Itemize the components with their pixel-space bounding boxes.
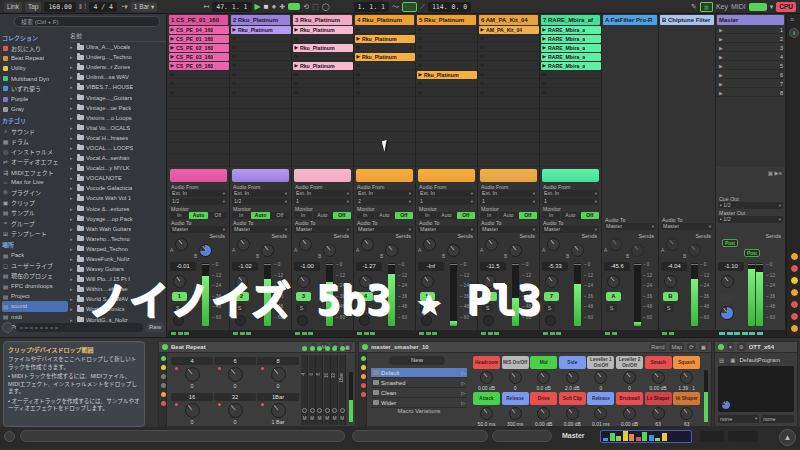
macro-knob[interactable]	[271, 367, 286, 382]
monitor-in-button[interactable]: In	[294, 212, 312, 219]
chain-mute-button[interactable]: M	[309, 416, 315, 422]
macro-chip[interactable]: Hi Shaper	[673, 392, 700, 405]
empty-clip-slot[interactable]	[354, 61, 415, 70]
macro-knob-dial[interactable]	[680, 371, 693, 384]
pan-knob[interactable]	[721, 275, 734, 288]
track-header[interactable]: 2 Rku_Platinum	[231, 15, 290, 25]
scene-launch-icon[interactable]: ▶	[719, 63, 723, 69]
monitor-auto-button[interactable]: Auto	[251, 212, 269, 219]
cpu-meter[interactable]: CPU	[776, 2, 796, 12]
expand-arrow-icon[interactable]: ▸	[70, 256, 75, 262]
master-out-chooser[interactable]: ▪ 1/2▾	[718, 216, 783, 223]
expand-arrow-icon[interactable]: ▸	[70, 125, 75, 131]
input-channel-chooser[interactable]: 1▾	[418, 198, 475, 205]
input-channel-chooser[interactable]: 1/2▾	[232, 198, 289, 205]
chain-knob[interactable]	[332, 408, 337, 413]
chain-strip-1Bar[interactable]: 1BarM	[339, 355, 346, 425]
macro-knob[interactable]	[228, 403, 243, 418]
clip-slot-filled[interactable]: ▶AM_PA_Kit_04	[479, 26, 539, 34]
scene-row[interactable]: ▶8	[716, 88, 785, 97]
key-map-button[interactable]: Key	[716, 2, 728, 12]
scene-launch-icon[interactable]: ▶	[719, 36, 723, 42]
sidebar-item-ユーザーライブ[interactable]: ◻ユーザーライブ	[2, 261, 68, 271]
clip-slot-filled[interactable]: ▶CS_PE_01_160	[169, 35, 229, 43]
browser-folder-row[interactable]: ▸Vocal H...hrases	[70, 133, 166, 143]
macro-name[interactable]: 32	[214, 393, 256, 401]
macro-chip[interactable]: Attack	[473, 392, 500, 405]
device-activator[interactable]	[162, 344, 168, 350]
clip-slot-filled[interactable]: ▶RARE_Mbira_a	[541, 53, 601, 61]
empty-clip-slot[interactable]	[416, 34, 477, 43]
variation-launch-icon[interactable]: ▷	[461, 390, 465, 396]
expand-arrow-icon[interactable]: ▸	[70, 74, 75, 80]
sidebar-item-Purple[interactable]: Purple	[2, 94, 68, 104]
variation-row-Default[interactable]: Default▷	[371, 368, 467, 378]
return-track-header[interactable]: A FatFilter Pro-R	[603, 15, 657, 25]
macro-chip[interactable]: Squash	[673, 356, 700, 369]
track-color-strip[interactable]	[356, 169, 413, 182]
sidebar-item-クリップ[interactable]: ▣クリップ	[2, 198, 68, 208]
expand-arrow-icon[interactable]: ▸	[70, 145, 75, 151]
macro-knob[interactable]	[652, 371, 665, 384]
sidebar-item-Utility[interactable]: Utility	[2, 63, 68, 73]
macro-knob[interactable]	[566, 407, 579, 420]
monitor-auto-button[interactable]: Auto	[437, 212, 455, 219]
input-type-chooser[interactable]: Ext. In▾	[480, 190, 537, 197]
chain-activator[interactable]	[317, 346, 322, 351]
send-b-knob[interactable]	[631, 244, 644, 257]
track-header[interactable]: 3 Rku_Platinum	[293, 15, 352, 25]
empty-clip-slot[interactable]	[230, 61, 291, 70]
expand-arrow-icon[interactable]: ▸	[70, 206, 75, 212]
side-dot[interactable]	[161, 392, 166, 397]
expand-arrow-icon[interactable]: ▸	[70, 226, 75, 232]
empty-clip-slot[interactable]	[416, 52, 477, 61]
expand-arrow-icon[interactable]: ▸	[70, 64, 75, 70]
stop-button[interactable]: ■	[264, 2, 269, 12]
send-a-knob[interactable]	[423, 238, 436, 251]
scene-launch-icon[interactable]: ▶	[719, 72, 723, 78]
cue-level-box[interactable]	[720, 294, 734, 302]
sidebar-item-Multiband Dyn[interactable]: Multiband Dyn	[2, 74, 68, 84]
sidebar-item-サンプル[interactable]: ▤サンプル	[2, 208, 68, 218]
sidebar-item-Max for Live[interactable]: ⌂Max for Live	[2, 177, 68, 187]
clip-slot-filled[interactable]: ▶Rku_Platinum	[355, 35, 415, 43]
macro-knob-dial[interactable]	[509, 407, 522, 420]
empty-clip-slot[interactable]	[416, 88, 477, 97]
monitor-off-button[interactable]: Off	[519, 212, 537, 219]
input-type-chooser[interactable]: Ext. In▾	[356, 190, 413, 197]
sidebar-item-オーディオエフェ[interactable]: ⇌オーディオエフェ	[2, 157, 68, 167]
monitor-in-button[interactable]: In	[232, 212, 250, 219]
clip-slot-filled[interactable]: ▶Rku_Platinum	[293, 26, 353, 34]
io-caret-icon[interactable]: ▾	[770, 2, 774, 12]
macro-knob[interactable]	[623, 407, 636, 420]
input-channel-chooser[interactable]: 1▾	[480, 198, 537, 205]
side-dot[interactable]	[161, 356, 166, 361]
empty-clip-slot[interactable]	[416, 43, 477, 52]
empty-clip-slot[interactable]	[292, 79, 353, 88]
return-activator-button[interactable]: B	[663, 292, 678, 301]
time-signature-field[interactable]: 4 / 4	[89, 2, 117, 12]
sidebar-item-サウンド[interactable]: ♪サウンド	[2, 126, 68, 136]
sidebar-item-お気に入り[interactable]: お気に入り	[2, 43, 68, 53]
macro-knob[interactable]	[680, 407, 693, 420]
draw-mode-icon[interactable]: ✎	[691, 2, 697, 12]
chain-activator[interactable]	[340, 346, 345, 351]
send-a-knob[interactable]	[547, 238, 560, 251]
empty-clip-slot[interactable]	[230, 34, 291, 43]
preview-play-icon[interactable]	[2, 322, 13, 333]
macro-knob[interactable]	[537, 407, 550, 420]
browser-folder-row[interactable]: ▸Vital Vo...OCALS	[70, 123, 166, 133]
empty-clip-slot[interactable]	[478, 52, 539, 61]
browser-folder-row[interactable]: ▸Vocode Galacticia	[70, 183, 166, 193]
macro-knob[interactable]	[480, 371, 493, 384]
macro-knob[interactable]	[271, 403, 286, 418]
volume-value[interactable]: -45.6	[604, 262, 630, 271]
send-b-knob[interactable]	[261, 244, 274, 257]
send-a-knob[interactable]	[361, 238, 374, 251]
macro-knob-dial[interactable]	[623, 407, 636, 420]
expand-arrow-icon[interactable]: ▸	[70, 185, 75, 191]
plugin-param-knob[interactable]	[721, 400, 731, 410]
expand-arrow-icon[interactable]: ▸	[70, 54, 75, 60]
macro-chip[interactable]: Leveller 1 On/Off	[587, 356, 614, 369]
quantize-menu[interactable]: 1 Bar ▾	[131, 2, 158, 12]
